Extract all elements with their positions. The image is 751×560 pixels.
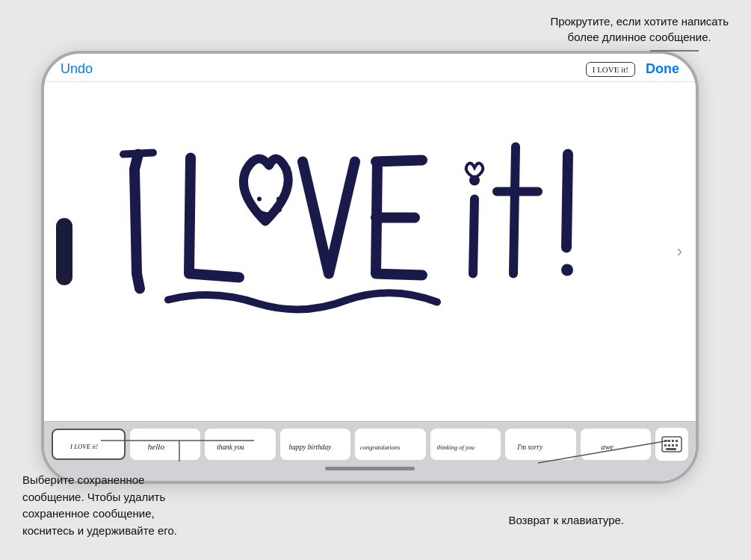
svg-text:thinking of you: thinking of you [437,444,475,451]
svg-text:thank you: thank you [217,444,244,451]
annotation-scroll: Прокрутите, если хотите написать более д… [550,13,729,45]
right-chevron-icon[interactable]: › [677,242,682,261]
svg-text:happy birthday: happy birthday [288,444,332,451]
preset-item-happy-birthday[interactable]: happy birthday [280,429,351,460]
svg-point-1 [276,197,281,202]
i-love-it-badge[interactable]: I LOVE it! [586,62,635,77]
svg-text:congratulations: congratulations [360,444,400,451]
svg-text:hello: hello [147,442,164,451]
preset-item-im-sorry[interactable]: I'm sorry [505,429,576,460]
svg-rect-19 [672,444,674,447]
preset-item-thank-you[interactable]: thank you [205,429,276,460]
undo-button[interactable]: Undo [61,61,93,77]
keyboard-button[interactable] [655,428,688,461]
svg-text:I LOVE it!: I LOVE it! [69,443,98,450]
top-bar: Undo I LOVE it! Done [44,54,696,82]
phone-frame: Undo I LOVE it! Done [41,51,699,484]
home-indicator [325,467,415,470]
svg-point-3 [561,264,573,276]
svg-text:I'm sorry: I'm sorry [516,444,543,451]
drawing-area[interactable]: › [44,82,696,421]
svg-rect-21 [666,448,676,450]
svg-rect-17 [664,444,667,447]
svg-rect-16 [676,440,678,442]
svg-rect-14 [668,440,670,442]
preset-item-hello[interactable]: hello [130,429,201,460]
annotation-keyboard-return: Возврат к клавиатуре. [508,512,624,529]
top-bar-right: I LOVE it! Done [586,61,679,77]
svg-text:awe: awe [602,443,614,451]
preset-item-congratulations[interactable]: congratulations [355,429,426,460]
preset-item-awe[interactable]: awe [581,429,652,460]
handwriting-svg [93,125,646,356]
phone-screen: Undo I LOVE it! Done [44,54,696,481]
preset-item-thinking-of-you[interactable]: thinking of you [430,429,501,460]
svg-point-0 [257,197,262,202]
svg-rect-15 [672,440,674,442]
left-pill [56,218,72,285]
svg-rect-13 [664,440,667,442]
svg-rect-18 [668,444,670,447]
preset-bar: I LOVE it! hello thank you happy birthda… [44,421,696,467]
annotation-saved-message: Выберите сохраненное сообщение. Чтобы уд… [22,472,177,539]
preset-item-i-love-it[interactable]: I LOVE it! [52,429,126,460]
done-button[interactable]: Done [646,61,679,77]
svg-rect-20 [676,444,678,447]
